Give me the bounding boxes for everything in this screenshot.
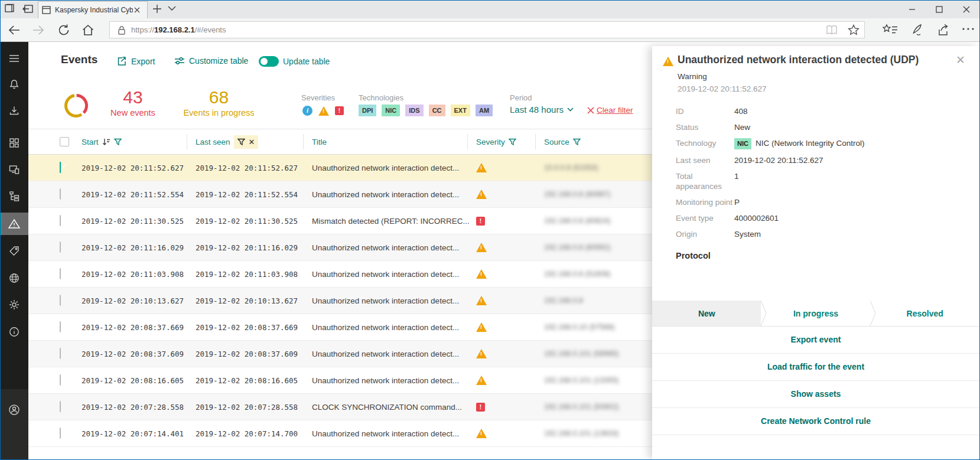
toggle-on-icon[interactable] <box>259 56 279 67</box>
home-icon[interactable] <box>81 23 95 37</box>
last-seen-cell: 2019-12-02 20:11:03.908 <box>196 270 312 279</box>
panel-close-icon[interactable]: ✕ <box>956 53 965 66</box>
field-label: ID <box>676 106 734 116</box>
browser-tab[interactable]: Kaspersky Industrial Cyb <box>38 1 148 18</box>
technology-badge[interactable]: CC <box>429 105 445 116</box>
row-checkbox[interactable] <box>60 348 61 359</box>
column-header-start[interactable]: Start <box>82 134 187 149</box>
technology-badge[interactable]: NIC <box>382 105 400 116</box>
sidebar-about-icon[interactable] <box>0 321 28 343</box>
tab-preview-icon[interactable] <box>4 3 15 15</box>
row-checkbox[interactable] <box>60 321 61 332</box>
technology-badge[interactable]: IDS <box>405 105 423 116</box>
technology-badge[interactable]: DPI <box>359 105 376 116</box>
sidebar-network-icon[interactable] <box>0 267 28 289</box>
sidebar-assets-icon[interactable] <box>0 158 28 181</box>
info-severity-icon[interactable]: i <box>302 106 312 116</box>
row-checkbox[interactable] <box>60 295 61 306</box>
filter-funnel-icon[interactable] <box>573 138 581 146</box>
tab-bar: Kaspersky Industrial Cyb <box>0 0 980 18</box>
set-tabs-aside-icon[interactable] <box>21 3 34 15</box>
warning-icon <box>476 322 487 332</box>
in-progress-label: Events in progress <box>173 108 265 118</box>
tab-close-icon[interactable] <box>134 7 140 13</box>
severity-filter-icons[interactable]: i ! <box>302 106 344 116</box>
tab-list-chevron-icon[interactable] <box>168 5 176 11</box>
sidebar-dashboard-icon[interactable] <box>0 132 28 154</box>
minimize-button[interactable] <box>898 0 926 18</box>
row-checkbox[interactable] <box>60 374 61 386</box>
new-tab-button[interactable] <box>152 4 162 14</box>
more-icon[interactable] <box>962 27 975 31</box>
technology-badge[interactable]: EXT <box>451 105 470 116</box>
customize-table-button[interactable]: Customize table <box>174 56 248 66</box>
row-checkbox[interactable] <box>60 428 61 439</box>
sidebar-events-icon[interactable] <box>0 213 28 235</box>
forward-icon[interactable] <box>31 23 45 37</box>
address-bar[interactable]: https://192.168.2.1/#/events <box>109 21 865 38</box>
status-tab-new[interactable]: New <box>652 301 761 326</box>
share-icon[interactable] <box>936 24 950 37</box>
select-all-checkbox[interactable] <box>60 137 69 146</box>
field-row: Total appearances 1 <box>676 171 979 191</box>
start-cell: 2019-12-02 20:11:52.627 <box>82 164 196 172</box>
row-checkbox[interactable] <box>60 188 61 200</box>
field-label: Status <box>676 122 734 132</box>
status-tab-in-progress[interactable]: In progress <box>761 301 871 326</box>
field-value: 1 <box>734 171 739 191</box>
column-header-severity[interactable]: Severity <box>476 134 536 149</box>
sidebar-settings-icon[interactable] <box>0 293 28 316</box>
severities-label: Severities <box>301 93 335 102</box>
sidebar-tags-icon[interactable] <box>0 240 28 262</box>
tab-title: Kaspersky Industrial Cyb <box>55 6 133 14</box>
column-header-last-seen[interactable]: Last seen ✕ <box>196 134 304 149</box>
critical-severity-icon[interactable]: ! <box>335 106 344 115</box>
maximize-button[interactable] <box>926 0 953 18</box>
last-seen-cell: 2019-12-02 20:10:13.627 <box>196 296 312 305</box>
row-checkbox[interactable] <box>60 215 61 226</box>
sidebar-network-map-icon[interactable] <box>0 185 28 207</box>
sort-desc-icon[interactable] <box>102 138 110 146</box>
in-progress-stat[interactable]: 68 Events in progress <box>173 88 265 118</box>
status-tab-resolved[interactable]: Resolved <box>870 301 979 326</box>
sidebar-menu-icon[interactable] <box>0 47 28 70</box>
technology-badge[interactable]: AM <box>476 105 493 116</box>
new-events-stat[interactable]: 43 New events <box>102 88 164 118</box>
start-cell: 2019-12-02 20:10:13.627 <box>82 296 196 305</box>
sidebar-notifications-icon[interactable] <box>0 73 28 96</box>
row-checkbox[interactable] <box>60 268 61 279</box>
technologies-label: Technologies <box>359 93 403 102</box>
refresh-icon[interactable] <box>57 23 71 37</box>
hub-favorites-icon[interactable] <box>883 24 898 36</box>
sidebar-user-icon[interactable] <box>0 389 28 460</box>
column-header-title[interactable]: Title <box>312 134 468 149</box>
update-table-toggle[interactable]: Update table <box>259 56 330 67</box>
filter-funnel-icon[interactable] <box>114 138 122 146</box>
row-checkbox[interactable] <box>60 162 61 173</box>
panel-action-button[interactable]: Load traffic for the event <box>652 354 979 381</box>
row-checkbox[interactable] <box>60 242 61 253</box>
panel-action-button[interactable]: Show assets <box>652 381 979 408</box>
filter-funnel-icon[interactable] <box>237 138 245 146</box>
title-cell: Unauthorized network interaction detect.… <box>312 429 476 438</box>
panel-action-button[interactable]: Create Network Control rule <box>652 408 979 435</box>
field-value: 4000002601 <box>734 213 779 223</box>
row-checkbox[interactable] <box>60 401 61 412</box>
clear-filter-button[interactable]: Clear filter <box>587 106 633 115</box>
active-filter-chip[interactable]: ✕ <box>234 135 259 149</box>
sidebar-downloads-icon[interactable] <box>0 100 28 122</box>
back-icon[interactable] <box>7 23 21 37</box>
filter-funnel-icon[interactable] <box>509 138 516 146</box>
export-button[interactable]: Export <box>117 56 155 66</box>
remove-filter-icon[interactable]: ✕ <box>249 138 255 146</box>
start-cell: 2019-12-02 20:08:16.605 <box>82 376 196 385</box>
warning-severity-icon[interactable] <box>318 106 329 116</box>
favorite-star-icon[interactable] <box>848 24 859 35</box>
reading-view-icon[interactable] <box>825 25 838 35</box>
last-seen-cell: 2019-12-02 20:07:28.558 <box>196 403 312 412</box>
annotate-pen-icon[interactable] <box>910 24 924 37</box>
close-button[interactable] <box>953 0 980 18</box>
panel-action-button[interactable]: Export event <box>652 327 979 354</box>
period-dropdown[interactable]: Last 48 hours <box>510 105 574 115</box>
status-stepper: New In progress Resolved <box>652 301 979 327</box>
